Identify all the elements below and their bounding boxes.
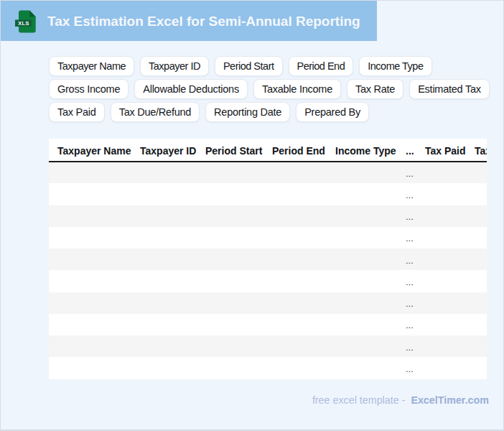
svg-text:XLS: XLS (18, 20, 29, 27)
